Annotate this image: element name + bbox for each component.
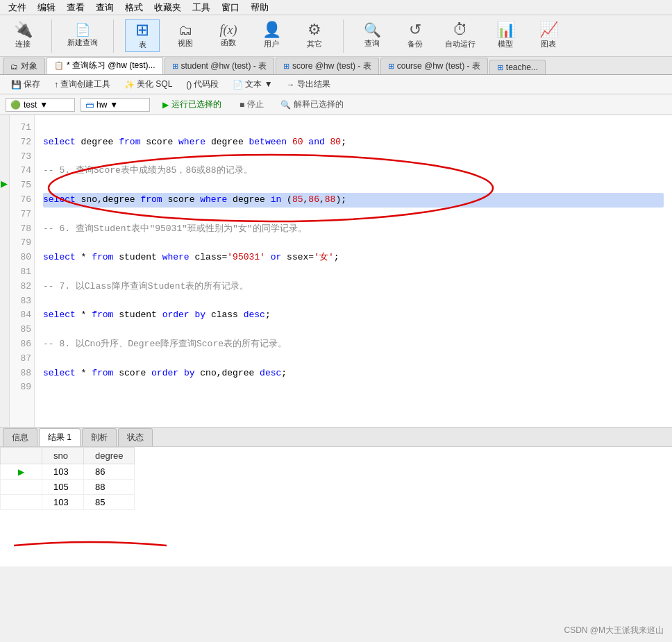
toolbar-autorun[interactable]: ⏱ 自动运行: [441, 21, 480, 51]
code-line-72: select degree from score where degree be…: [43, 135, 664, 150]
space: *: [76, 366, 92, 381]
stop-label: 停止: [247, 99, 264, 110]
toolbar-function[interactable]: f(x) 函数: [211, 22, 246, 49]
tab-teacher[interactable]: ⊞ teache...: [489, 60, 546, 74]
tab-course[interactable]: ⊞ course @hw (test) - 表: [380, 58, 488, 74]
bottom-tab-info[interactable]: 信息: [3, 428, 37, 446]
menu-format[interactable]: 格式: [119, 0, 149, 15]
tab-query-label: * 查询练习 @hw (test)...: [67, 60, 156, 71]
toolbar-divider-3: [343, 19, 344, 53]
tab-score[interactable]: ⊞ score @hw (test) - 表: [276, 58, 379, 74]
db-select-test[interactable]: 🟢 test ▼: [6, 98, 75, 112]
kw-between-72: between: [249, 135, 287, 150]
line-num-78: 78: [12, 222, 31, 237]
comment-86: -- 8. 以Cno升序、Degree降序查询Score表的所有记录。: [43, 337, 287, 352]
run-button[interactable]: ▶ 运行已选择的: [156, 96, 228, 112]
line-num-71: 71: [12, 121, 31, 135]
kw-select-72: select: [43, 135, 76, 150]
bottom-tab-profile[interactable]: 剖析: [82, 428, 117, 446]
code-line-86: -- 8. 以Cno升序、Degree降序查询Score表的所有记录。: [43, 337, 664, 352]
db-bar: 🟢 test ▼ 🗃 hw ▼ ▶ 运行已选择的 ■ 停止 🔍 解释已选择的: [0, 94, 672, 115]
user-icon: 👤: [262, 22, 281, 37]
toolbar-user[interactable]: 👤 用户: [254, 21, 289, 51]
code-line-89: [43, 380, 664, 395]
menu-query[interactable]: 查询: [90, 0, 119, 15]
menu-window[interactable]: 窗口: [216, 0, 245, 15]
new-query-icon: 📄: [75, 24, 90, 36]
str-female: '女': [314, 251, 334, 265]
menu-edit[interactable]: 编辑: [32, 0, 61, 15]
kw-where-80: where: [162, 251, 190, 265]
space: degree: [227, 193, 270, 208]
toolbar-connect[interactable]: 🔌 连接: [6, 21, 40, 51]
kw-desc-84: desc: [244, 308, 265, 323]
toolbar-table[interactable]: ⊞ 表: [125, 19, 160, 52]
beautify-button[interactable]: ✨ 美化 SQL: [119, 77, 178, 92]
toolbar-backup[interactable]: ↺ 备份: [398, 21, 432, 51]
line-num-89: 89: [12, 380, 31, 395]
num-80: 80: [330, 135, 342, 150]
menu-tools[interactable]: 工具: [187, 0, 216, 15]
comment-78: -- 6. 查询Student表中"95031"班或性别为"女"的同学记录。: [43, 222, 307, 237]
code-block-label: 代码段: [194, 78, 219, 90]
connect-icon: 🔌: [14, 22, 33, 37]
new-query-label: 新建查询: [67, 37, 98, 48]
bottom-tab-result[interactable]: 结果 1: [39, 428, 81, 446]
space: sno,degree: [76, 193, 141, 208]
line-num-76: 76: [12, 193, 31, 208]
db-hw-icon: 🗃: [85, 100, 94, 110]
code-area[interactable]: select degree from score where degree be…: [35, 115, 672, 427]
kw-select-76: select: [43, 193, 76, 208]
code-line-88: select * from score order by cno,degree …: [43, 366, 664, 381]
model-label: 模型: [498, 39, 513, 49]
menu-help[interactable]: 帮助: [245, 0, 274, 15]
export-button[interactable]: → 导出结果: [281, 77, 336, 92]
query-tool-button[interactable]: ↑ 查询创建工具: [49, 77, 116, 92]
save-button[interactable]: 💾 保存: [6, 77, 46, 92]
connect-label: 连接: [15, 39, 31, 49]
export-label: 导出结果: [297, 78, 330, 90]
tab-object[interactable]: 🗂 对象: [3, 58, 45, 74]
bottom-tab-status[interactable]: 状态: [118, 428, 153, 446]
action-bar: 💾 保存 ↑ 查询创建工具 ✨ 美化 SQL () 代码段 📄 文本 ▼ → 导…: [0, 75, 672, 94]
cell-sno-1: 103: [42, 464, 84, 480]
toolbar-query[interactable]: 🔍 查询: [355, 22, 389, 50]
code-line-79: [43, 236, 664, 251]
code-line-82: -- 7. 以Class降序查询Student表的所有记录。: [43, 280, 664, 294]
db-name-hw: hw: [96, 100, 107, 110]
close-paren: );: [335, 193, 346, 208]
menu-view[interactable]: 查看: [61, 0, 90, 15]
toolbar-model[interactable]: 📊 模型: [488, 21, 523, 51]
toolbar-chart[interactable]: 📈 图表: [531, 21, 566, 51]
chart-label: 图表: [541, 39, 556, 49]
tab-student[interactable]: ⊞ student @hw (test) - 表: [165, 58, 275, 74]
col-header-degree: degree: [84, 448, 135, 464]
menu-favorites[interactable]: 收藏夹: [149, 0, 187, 15]
db-select-hw[interactable]: 🗃 hw ▼: [81, 98, 150, 112]
str-95031: '95031': [227, 251, 265, 265]
line-num-80: 80: [12, 251, 31, 265]
space: score: [162, 193, 201, 208]
space: ssex=: [281, 251, 314, 265]
space: cno,degree: [194, 366, 260, 381]
backup-icon: ↺: [409, 22, 421, 37]
text-button[interactable]: 📄 文本 ▼: [227, 77, 278, 92]
table-label: 表: [139, 40, 146, 50]
kw-and-72: and: [308, 135, 324, 150]
menu-file[interactable]: 文件: [3, 0, 32, 15]
space: class: [205, 308, 244, 323]
space: [265, 251, 271, 265]
tab-teacher-label: teache...: [506, 62, 538, 72]
save-label: 保存: [24, 78, 40, 90]
code-block-button[interactable]: () 代码段: [180, 77, 224, 92]
tab-score-icon: ⊞: [283, 62, 289, 71]
autorun-label: 自动运行: [445, 39, 476, 49]
toolbar-view[interactable]: 🗂 视图: [168, 22, 203, 50]
toolbar-new-query[interactable]: 📄 新建查询: [63, 22, 102, 49]
tab-query[interactable]: 📋 * 查询练习 @hw (test)...: [47, 57, 163, 74]
explain-button[interactable]: 🔍 解释已选择的: [275, 96, 349, 112]
stop-button[interactable]: ■ 停止: [234, 96, 269, 112]
table-icon: ⊞: [135, 22, 149, 38]
toolbar-other[interactable]: ⚙ 其它: [297, 21, 332, 51]
kw-in-76: in: [271, 193, 282, 208]
